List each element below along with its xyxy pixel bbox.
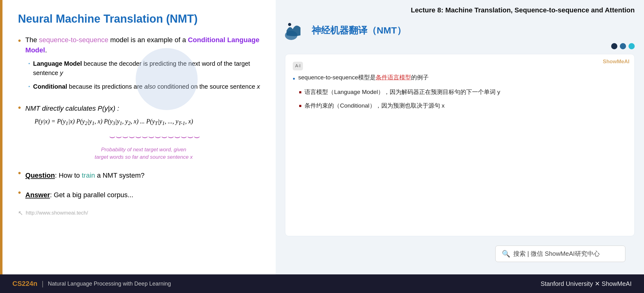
- curly-brace: ⌣⌣⌣⌣⌣⌣⌣⌣⌣⌣⌣⌣⌣⌣: [109, 129, 200, 144]
- sub-bullet-2: • Conditional because its predictions ar…: [28, 82, 260, 91]
- formula-display: P(y|x) = P(y1|x) P(y2|y1, x) P(y3|y1, y2…: [35, 117, 200, 127]
- search-icon: 🔍: [502, 250, 510, 258]
- footer-desc: Natural Language Processing with Deep Le…: [48, 281, 171, 287]
- url-bar: ↖ http://www.showmeai.tech/: [18, 209, 260, 217]
- nmt-title-cn: 神经机器翻译（NMT）: [312, 24, 406, 37]
- ann-sub-2: ■ 条件约束的（Conditional），因为预测也取决于源句 x: [299, 101, 627, 110]
- bullet-dot-4: •: [18, 186, 21, 199]
- red-square-1: ■: [299, 89, 301, 95]
- slide-title: Neural Machine Translation (NMT): [18, 12, 260, 25]
- search-bar[interactable]: 🔍 搜索 | 微信 ShowMeAI研究中心: [495, 246, 625, 262]
- bullet-item-2: • NMT directly calculates P(y|x) : P(y|x…: [18, 102, 260, 161]
- sub-bullet-dot-2: •: [28, 83, 30, 90]
- formula-intro: NMT directly calculates P(y|x) :: [25, 103, 200, 113]
- sub-bullet-dot-1: •: [28, 60, 30, 67]
- subbullet2-rest1: because its predictions are: [67, 83, 144, 90]
- ann-suffix: 的例子: [411, 74, 429, 81]
- bullet-1-content: The sequence-to-sequence model is an exa…: [25, 35, 260, 95]
- bullet2-formula-inline: P(y|x): [98, 104, 115, 112]
- formula-text: P(y|x) = P(y1|x) P(y2|y1, x) P(y3|y1, y2…: [35, 118, 193, 125]
- formula-annotation: Probability of next target word, giventa…: [87, 146, 200, 161]
- ann-sub-1: ■ 语言模型（Language Model），因为解码器正在预测目标句的下一个单…: [299, 87, 627, 97]
- right-panel: Lecture 8: Machine Translation, Sequence…: [276, 0, 644, 274]
- bullet-item-3: • Question: How to train a NMT system?: [18, 167, 260, 180]
- ann-sub-list: ■ 语言模型（Language Model），因为解码器正在预测目标句的下一个单…: [299, 87, 627, 111]
- subbullet1-italic: y: [60, 69, 63, 76]
- subbullet2-x: x: [257, 83, 260, 90]
- subbullet2-rest2: conditioned on the source sentence: [156, 83, 257, 90]
- bullet1-prefix: The: [25, 36, 39, 44]
- search-text: 搜索 | 微信 ShowMeAI研究中心: [513, 250, 600, 258]
- main-bullet-list: • The sequence-to-sequence model is an e…: [18, 35, 260, 206]
- bullet1-mid: model is an example of a: [108, 36, 188, 44]
- sub-bullet-1: • Language Model because the decoder is …: [28, 59, 260, 78]
- cursor-icon: ↖: [18, 209, 23, 217]
- bullet-dot-3: •: [18, 166, 21, 180]
- footer: CS224n | Natural Language Processing wit…: [0, 274, 644, 293]
- footer-divider: |: [42, 280, 44, 288]
- lecture-header: Lecture 8: Machine Translation, Sequence…: [276, 0, 644, 18]
- red-square-2: ■: [299, 102, 301, 109]
- bullet1-end: .: [45, 46, 47, 54]
- dot-2: [620, 43, 626, 49]
- ann-sub-1-text: 语言模型（Language Model），因为解码器正在预测目标句的下一个单词 …: [304, 87, 500, 97]
- showmeai-watermark: ShowMeAI: [603, 57, 629, 66]
- footer-right: Stanford University ✕ ShowMeAI: [541, 280, 632, 287]
- dot-1: [611, 43, 617, 49]
- nmt-formula-section: NMT directly calculates P(y|x) : P(y|x) …: [25, 103, 200, 161]
- left-panel: Neural Machine Translation (NMT) • The s…: [0, 0, 276, 274]
- search-bar-wrapper: 🔍 搜索 | 微信 ShowMeAI研究中心: [276, 242, 644, 268]
- sub-bullet-1-text: Language Model because the decoder is pr…: [33, 59, 260, 78]
- bullet-item-1: • The sequence-to-sequence model is an e…: [18, 35, 260, 95]
- ann-main-text: sequence-to-sequence模型是条件语言模型的例子: [298, 73, 429, 82]
- answer-bold: Answer: [25, 191, 50, 199]
- bullet-item-4: • Answer: Get a big parallel corpus...: [18, 187, 260, 200]
- footer-left: CS224n | Natural Language Processing wit…: [12, 280, 171, 288]
- bullet-dot-2: •: [18, 101, 21, 114]
- answer-line: Answer: Get a big parallel corpus...: [25, 190, 134, 200]
- dot-row: [276, 43, 644, 49]
- question-line: Question: How to train a NMT system?: [25, 170, 145, 180]
- sub-bullet-2-text: Conditional because its predictions are …: [33, 82, 260, 91]
- question-link: train: [82, 171, 95, 179]
- annotation-main-bullet: • sequence-to-sequence模型是条件语言模型的例子: [293, 73, 627, 84]
- bullet2-colon: :: [115, 104, 119, 112]
- bullet2-prefix: NMT directly calculates: [25, 104, 98, 112]
- question-end: a NMT system?: [95, 171, 145, 179]
- ai-badge: A·I: [293, 62, 303, 70]
- sub-bullet-list-1: • Language Model because the decoder is …: [28, 59, 260, 91]
- subbullet2-bold: Conditional: [33, 83, 67, 90]
- subbullet2-italic: also: [144, 83, 156, 90]
- svg-point-1: [288, 23, 291, 26]
- bullet-dot-1: •: [18, 34, 21, 47]
- dot-3: [629, 43, 635, 49]
- bullet1-link: sequence-to-sequence: [39, 36, 108, 44]
- footer-course: CS224n: [12, 280, 37, 288]
- main-content: Neural Machine Translation (NMT) • The s…: [0, 0, 644, 274]
- subbullet1-bold: Language Model: [33, 60, 82, 67]
- url-text: http://www.showmeai.tech/: [26, 210, 88, 216]
- question-bold: Question: [25, 171, 55, 179]
- ann-sub-2-text: 条件约束的（Conditional），因为预测也取决于源句 x: [304, 101, 445, 110]
- annotation-box: ShowMeAI A·I • sequence-to-sequence模型是条件…: [285, 54, 635, 236]
- question-rest: : How to: [55, 171, 82, 179]
- ann-prefix: sequence-to-sequence模型是: [298, 74, 376, 81]
- right-top-section: 神经机器翻译（NMT）: [276, 18, 644, 43]
- nmt-icon: [285, 21, 307, 40]
- ann-link: 条件语言模型: [376, 74, 411, 81]
- ann-dot-main: •: [293, 73, 295, 84]
- answer-rest: : Get a big parallel corpus...: [50, 191, 133, 199]
